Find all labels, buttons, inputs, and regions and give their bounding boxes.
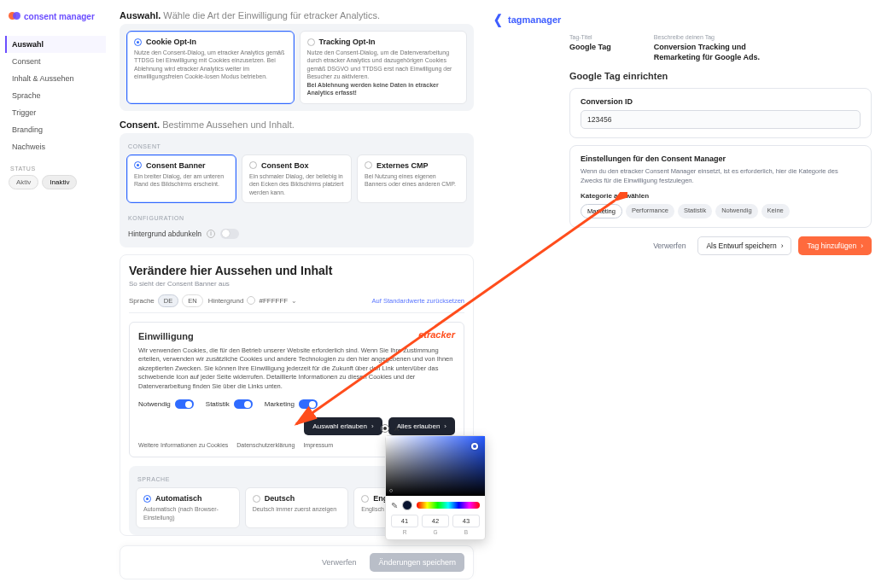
chevron-down-icon[interactable]: ⌄: [291, 297, 297, 305]
consent-title-sub: Bestimme Aussehen und Inhalt.: [162, 119, 295, 130]
banner-title: Einwilligung: [138, 331, 455, 341]
radio-icon: [365, 161, 372, 169]
lang-en[interactable]: EN: [182, 294, 202, 307]
card-external-cmp[interactable]: Externes CMP Bei Nutzung eines eigenen B…: [357, 154, 467, 203]
picker-b[interactable]: 43: [452, 515, 480, 527]
cm-settings-note: Wenn du den etracker Consent Manager ein…: [581, 167, 861, 185]
cm-logo-icon: [9, 10, 20, 22]
card-desc: Nutze den Consent-Dialog, um die Datenve…: [307, 49, 460, 97]
radio-icon: [361, 495, 369, 503]
card-tracking-optin[interactable]: Tracking Opt-In Nutze den Consent-Dialog…: [300, 31, 468, 104]
tg-marketing[interactable]: [299, 399, 318, 409]
editor-toolbar: Sprache DE EN Hintergrund #FFFFFF ⌄ Auf …: [129, 294, 464, 313]
btn-discard[interactable]: Verwerfen: [315, 553, 364, 572]
conversion-id-input[interactable]: [581, 110, 861, 129]
lab-b: B: [452, 529, 480, 535]
bg-value: #FFFFFF: [259, 297, 288, 305]
btn-label: Alles erlauben: [397, 422, 441, 430]
card-desc: Bei Nutzung eines eigenen Banners oder e…: [365, 172, 459, 189]
btn-save-changes[interactable]: Änderungen speichern: [370, 553, 464, 572]
bg-label: Hintergrund: [208, 297, 244, 305]
nav-nachweis[interactable]: Nachweis: [5, 138, 106, 155]
color-picker[interactable]: A ○ ✎ 41 42 43 R G B: [385, 435, 486, 540]
cm-settings-heading: Einstellungen für den Consent Manager: [581, 154, 861, 163]
radio-icon: [307, 38, 315, 46]
tm-save-draft[interactable]: Als Entwurf speichern›: [697, 236, 791, 255]
hue-slider[interactable]: [417, 502, 480, 509]
btn-allow-selection[interactable]: Auswahl erlauben›: [304, 417, 382, 435]
eyedropper-icon[interactable]: ✎: [391, 501, 398, 510]
consent-title: Consent. Bestimme Aussehen und Inhalt.: [120, 119, 474, 130]
tg-necessary[interactable]: [175, 399, 194, 409]
card-consent-box[interactable]: Consent Box Ein schmaler Dialog, der bel…: [242, 154, 352, 203]
picker-a-label: A: [394, 425, 399, 433]
picker-handle-icon[interactable]: [471, 443, 478, 450]
nav-consent[interactable]: Consent: [5, 53, 106, 70]
card-desc-1: Nutze den Consent-Dialog, um die Datenve…: [307, 49, 452, 79]
tg-statistik-label: Statistik: [206, 400, 230, 408]
nav-branding[interactable]: Branding: [5, 121, 106, 138]
status-pills: Aktiv Inaktiv: [5, 175, 106, 189]
dim-toggle[interactable]: [220, 229, 239, 239]
tm-setup-heading: Google Tag einrichten: [569, 71, 872, 81]
link-cookies[interactable]: Weitere Informationen zu Cookies: [138, 442, 228, 448]
card-title: Externes CMP: [376, 161, 429, 170]
tagmanager-panel: ❮ tagmanager Tag-Titel Google Tag Beschr…: [484, 0, 887, 299]
radio-a[interactable]: [381, 424, 389, 433]
meta-title-label: Tag-Titel: [569, 34, 611, 40]
card-title: Consent Box: [261, 161, 309, 170]
picker-r[interactable]: 41: [391, 515, 418, 527]
chevron-right-icon: ›: [861, 242, 863, 250]
chevron-right-icon: ›: [781, 242, 784, 250]
card-desc: Ein schmaler Dialog, der beliebig in den…: [249, 172, 344, 196]
banner-toggles: Notwendig Statistik Marketing: [138, 399, 455, 409]
tm-logo-icon: ❮: [493, 12, 503, 27]
tg-statistik[interactable]: [234, 399, 253, 409]
info-icon[interactable]: i: [207, 230, 215, 238]
tg-necessary-label: Notwendig: [138, 400, 171, 408]
card-desc-2: Bei Ablehnung werden keine Daten in etra…: [307, 82, 439, 96]
status-aktiv[interactable]: Aktiv: [9, 175, 38, 189]
link-impressum[interactable]: Impressum: [303, 442, 333, 448]
picker-g[interactable]: 42: [422, 515, 449, 527]
card-cookie-optin[interactable]: Cookie Opt-In Nutze den Consent-Dialog, …: [126, 31, 295, 104]
tm-add-tag[interactable]: Tag hinzufügen›: [798, 236, 872, 255]
link-privacy[interactable]: Datenschutzerklärung: [236, 442, 295, 448]
lang-de[interactable]: DE: [158, 294, 178, 307]
nav-auswahl[interactable]: Auswahl: [5, 36, 106, 53]
cm-sidebar: consent manager Auswahl Consent Inhalt &…: [0, 0, 111, 196]
tm-consent-card: Einstellungen für den Consent Manager We…: [569, 145, 872, 228]
card-desc: Deutsch immer zuerst anzeigen: [253, 505, 341, 513]
chip-marketing[interactable]: Marketing: [581, 204, 622, 218]
card-desc: Ein breiter Dialog, der am unteren Rand …: [134, 172, 229, 189]
card-title: Tracking Opt-In: [319, 38, 376, 46]
banner-text: Wir verwenden Cookies, die für den Betri…: [138, 346, 455, 392]
tm-discard[interactable]: Verwerfen: [648, 237, 691, 254]
nav-trigger[interactable]: Trigger: [5, 104, 106, 121]
cm-logo: consent manager: [5, 7, 106, 31]
current-swatch-icon: [402, 500, 412, 510]
chip-statistik[interactable]: Statistik: [678, 204, 712, 218]
config-dim-row: Hintergrund abdunkeln i: [126, 226, 467, 244]
chip-performance[interactable]: Performance: [626, 204, 674, 218]
color-chip-icon[interactable]: [247, 296, 255, 305]
status-label: STATUS: [5, 155, 106, 175]
chip-notwendig[interactable]: Notwendig: [715, 204, 757, 218]
card-desc: Nutze den Consent-Dialog, um etracker An…: [134, 49, 287, 81]
reset-link[interactable]: Auf Standardwerte zurücksetzen: [372, 297, 464, 305]
nav-inhalt[interactable]: Inhalt & Aussehen: [5, 70, 106, 87]
lang-de-card[interactable]: Deutsch Deutsch immer zuerst anzeigen: [245, 487, 349, 528]
chip-keine[interactable]: Keine: [762, 204, 790, 218]
status-inaktiv[interactable]: Inaktiv: [42, 175, 77, 189]
meta-title-value: Google Tag: [569, 43, 611, 53]
radio-icon: [134, 161, 142, 169]
picker-gradient[interactable]: ○: [386, 436, 485, 496]
consent-title-main: Consent.: [120, 119, 160, 130]
lang-auto[interactable]: Automatisch Automatisch (nach Browser-Ei…: [136, 487, 240, 528]
banner-brand: etracker: [418, 329, 455, 340]
nav-sprache[interactable]: Sprache: [5, 87, 106, 104]
card-consent-banner[interactable]: Consent Banner Ein breiter Dialog, der a…: [126, 154, 236, 203]
editor-heading: Verändere hier Aussehen und Inhalt: [129, 264, 464, 277]
radio-icon: [134, 38, 142, 46]
arrow-right-icon: ›: [444, 422, 446, 430]
